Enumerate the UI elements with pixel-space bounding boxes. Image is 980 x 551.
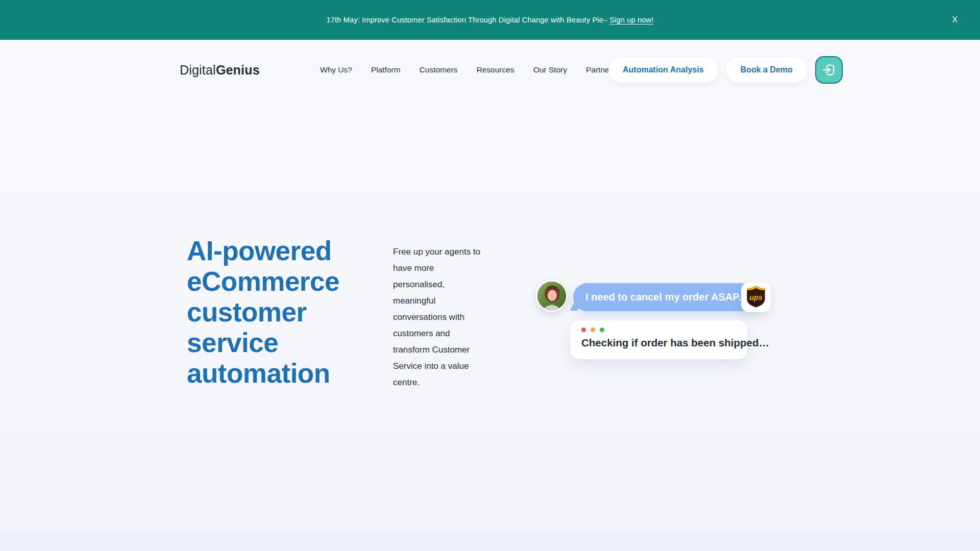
page-title: AI-powered eCommerce customer service au… <box>187 236 339 389</box>
heading-line: eCommerce <box>187 266 339 297</box>
logo-genius: Genius <box>216 63 260 77</box>
nav-item-our-story[interactable]: Our Story <box>533 65 567 74</box>
announcement-banner: 17th May: Improve Customer Satisfaction … <box>0 0 980 40</box>
nav-item-platform[interactable]: Platform <box>371 65 401 74</box>
customer-message-text: I need to cancel my order ASAP... <box>585 291 747 303</box>
ups-logo-card: ups <box>741 282 771 312</box>
logo-digital: Digital <box>180 63 216 77</box>
agent-status-text: Checking if order has been shipped… <box>581 337 737 349</box>
login-icon <box>822 63 836 77</box>
logo[interactable]: DigitalGenius <box>180 63 260 78</box>
signup-link[interactable]: Sign up now! <box>609 16 653 24</box>
agent-status-card: Checking if order has been shipped… <box>570 320 747 359</box>
heading-line: AI-powered <box>187 236 339 266</box>
nav-item-why-us[interactable]: Why Us? <box>320 65 352 74</box>
heading-line: automation <box>187 358 339 389</box>
customer-avatar <box>536 280 568 312</box>
heading-line: service <box>187 328 339 358</box>
svg-text:ups: ups <box>749 293 762 301</box>
main-nav: Why Us? Platform Customers Resources Our… <box>320 65 616 74</box>
nav-item-resources[interactable]: Resources <box>477 65 514 74</box>
heading-line: customer <box>187 297 339 328</box>
green-dot <box>600 328 604 332</box>
orange-dot <box>591 328 595 332</box>
login-button[interactable] <box>815 56 843 84</box>
nav-item-customers[interactable]: Customers <box>420 65 458 74</box>
announcement-text: 17th May: Improve Customer Satisfaction … <box>327 16 608 24</box>
hero-paragraph: Free up your agents to have more persona… <box>393 244 482 391</box>
window-dots <box>581 328 737 332</box>
next-section-edge <box>0 532 980 551</box>
ups-logo-icon: ups <box>746 285 766 310</box>
header-actions: Automation Analysis Book a Demo <box>608 56 843 84</box>
book-a-demo-button[interactable]: Book a Demo <box>726 57 807 83</box>
customer-message-bubble: I need to cancel my order ASAP... <box>573 283 759 311</box>
automation-analysis-button[interactable]: Automation Analysis <box>608 57 718 83</box>
header: DigitalGenius Why Us? Platform Customers… <box>0 40 980 100</box>
red-dot <box>581 328 586 332</box>
close-icon[interactable]: X <box>949 13 961 27</box>
